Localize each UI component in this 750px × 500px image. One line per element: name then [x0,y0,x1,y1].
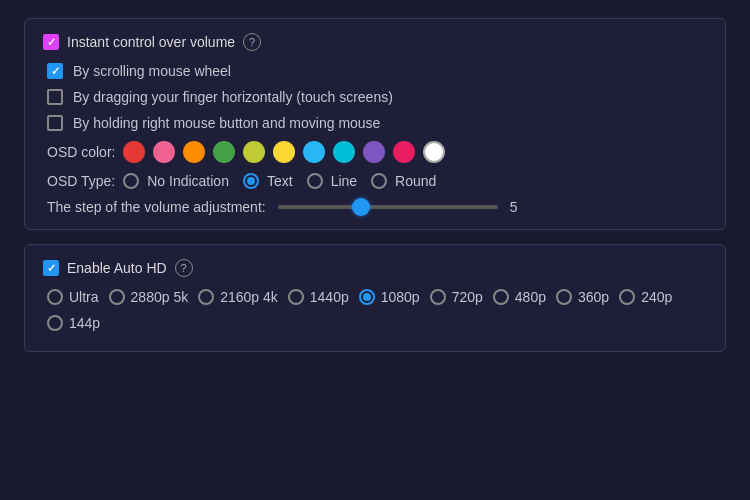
osd-color-label: OSD color: [47,144,115,160]
res-360p: 360p [556,289,609,305]
res-240p: 240p [619,289,672,305]
volume-control-section: ✓ Instant control over volume ? ✓ By scr… [24,18,726,230]
volume-control-checkbox[interactable]: ✓ [43,34,59,50]
radio-text[interactable] [243,173,259,189]
section1-header: ✓ Instant control over volume ? [43,33,707,51]
resolution-grid: Ultra 2880p 5k 2160p 4k 1440p 1080p 720p [43,289,707,337]
step-label: The step of the volume adjustment: [47,199,266,215]
color-orange[interactable] [183,141,205,163]
rightmouse-checkbox[interactable] [47,115,63,131]
color-red[interactable] [123,141,145,163]
scroll-label: By scrolling mouse wheel [73,63,231,79]
radio-720p[interactable] [430,289,446,305]
label-ultra: Ultra [69,289,99,305]
touch-option-row: By dragging your finger horizontally (to… [43,89,707,105]
res-480p: 480p [493,289,546,305]
volume-help-icon[interactable]: ? [243,33,261,51]
label-1440p: 1440p [310,289,349,305]
label-2880p: 2880p 5k [131,289,189,305]
color-purple[interactable] [363,141,385,163]
section2-header: ✓ Enable Auto HD ? [43,259,707,277]
radio-480p[interactable] [493,289,509,305]
step-value: 5 [510,199,530,215]
radio-ultra[interactable] [47,289,63,305]
color-magenta[interactable] [393,141,415,163]
res-720p: 720p [430,289,483,305]
color-yellow[interactable] [273,141,295,163]
color-green[interactable] [213,141,235,163]
radio-144p[interactable] [47,315,63,331]
scroll-option-row: ✓ By scrolling mouse wheel [43,63,707,79]
radio-240p[interactable] [619,289,635,305]
step-row: The step of the volume adjustment: 5 [43,199,707,215]
radio-no-indication[interactable] [123,173,139,189]
slider-thumb[interactable] [352,198,370,216]
label-720p: 720p [452,289,483,305]
osd-type-row: OSD Type: No Indication Text Line Round [43,173,707,189]
auto-hd-checkbox[interactable]: ✓ [43,260,59,276]
radio-line[interactable] [307,173,323,189]
touch-label: By dragging your finger horizontally (to… [73,89,393,105]
rightmouse-option-row: By holding right mouse button and moving… [43,115,707,131]
label-360p: 360p [578,289,609,305]
volume-control-title: Instant control over volume [67,34,235,50]
text-label: Text [267,173,293,189]
label-1080p: 1080p [381,289,420,305]
res-1080p: 1080p [359,289,420,305]
scroll-checkbox[interactable]: ✓ [47,63,63,79]
osd-type-label: OSD Type: [47,173,115,189]
color-pink[interactable] [153,141,175,163]
color-lime[interactable] [243,141,265,163]
label-2160p: 2160p 4k [220,289,278,305]
res-1440p: 1440p [288,289,349,305]
volume-slider-track[interactable] [278,205,498,209]
color-white[interactable] [423,141,445,163]
no-indication-label: No Indication [147,173,229,189]
res-2160p: 2160p 4k [198,289,278,305]
radio-2160p[interactable] [198,289,214,305]
auto-hd-title: Enable Auto HD [67,260,167,276]
auto-hd-help-icon[interactable]: ? [175,259,193,277]
color-lightblue[interactable] [303,141,325,163]
label-144p: 144p [69,315,100,331]
rightmouse-label: By holding right mouse button and moving… [73,115,380,131]
radio-1440p[interactable] [288,289,304,305]
res-2880p: 2880p 5k [109,289,189,305]
radio-2880p[interactable] [109,289,125,305]
osd-color-row: OSD color: [43,141,707,163]
round-label: Round [395,173,436,189]
radio-round[interactable] [371,173,387,189]
radio-360p[interactable] [556,289,572,305]
auto-hd-section: ✓ Enable Auto HD ? Ultra 2880p 5k 2160p … [24,244,726,352]
label-240p: 240p [641,289,672,305]
line-label: Line [331,173,357,189]
touch-checkbox[interactable] [47,89,63,105]
res-144p: 144p [47,315,100,331]
res-ultra: Ultra [47,289,99,305]
radio-1080p[interactable] [359,289,375,305]
color-cyan[interactable] [333,141,355,163]
label-480p: 480p [515,289,546,305]
